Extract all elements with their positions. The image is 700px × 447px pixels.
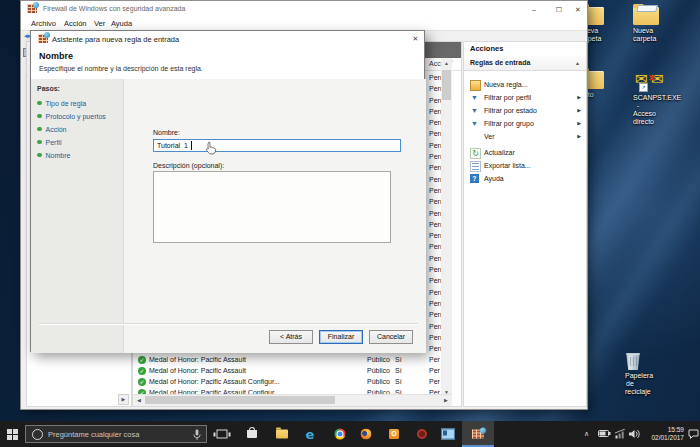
start-button[interactable] [0, 421, 24, 447]
scroll-right-icon[interactable]: ▶ [441, 395, 451, 405]
vertical-scrollbar[interactable]: ▲ ▼ [441, 58, 452, 397]
firewall-app-icon [27, 4, 37, 13]
clock[interactable]: 15:59 02/01/2017 [640, 426, 684, 442]
cancel-button[interactable]: Cancelar [369, 330, 413, 344]
step-bullet-icon [37, 101, 42, 106]
chrome-button[interactable] [326, 421, 354, 447]
table-row[interactable]: ✓Medal of Honor: Pacific Assault Configu… [133, 376, 440, 387]
edge-button[interactable]: e [296, 421, 324, 447]
wizard-step[interactable]: Perfil [37, 136, 122, 149]
wizard-step-label: Acción [46, 126, 67, 133]
action-item[interactable]: ↻Actualizar [464, 146, 586, 159]
table-row[interactable]: ✓Medal of Honor: Pacific AssaultPúblicoS… [133, 354, 440, 365]
allow-check-icon: ✓ [138, 367, 146, 375]
filter-icon: ▼ [470, 93, 479, 102]
outlook-button[interactable]: O [380, 421, 408, 447]
rule-name: Medal of Honor: Pacific Assault [149, 354, 246, 365]
file-explorer-icon [276, 430, 288, 439]
rule-action: Permi [429, 354, 440, 365]
action-item-label: Ver [484, 130, 495, 143]
menu-accion[interactable]: Acción [64, 19, 87, 28]
action-item[interactable]: Nueva regla... [464, 78, 586, 91]
red-circle-app-button[interactable] [408, 421, 436, 447]
dialog-titlebar[interactable]: Asistente para nueva regla de entrada ✕ [31, 31, 424, 47]
rule-name: Medal of Honor: Pacific Assault Configur… [149, 376, 280, 387]
microphone-icon[interactable] [193, 429, 201, 441]
scroll-left-icon[interactable]: ◀ [134, 395, 144, 405]
search-box[interactable]: Pregúntame cualquier cosa [25, 425, 207, 443]
volume-icon[interactable] [629, 429, 640, 439]
scroll-thumb[interactable] [442, 70, 451, 100]
outlook-icon: O [389, 429, 399, 439]
desktop-icon-scanpst-shortcut[interactable]: ✉✉ ✕ ↗ SCANPST.EXE - Acceso directo [633, 68, 643, 77]
menu-ver[interactable]: Ver [94, 19, 105, 28]
submenu-arrow-icon: ▶ [577, 104, 581, 117]
task-view-button[interactable] [208, 421, 236, 447]
back-button[interactable]: < Atrás [269, 330, 313, 344]
wizard-heading: Nombre [39, 51, 73, 61]
red-circle-app-icon [417, 429, 427, 439]
action-item[interactable]: Exportar lista... [464, 159, 586, 172]
finish-button[interactable]: Finalizar [319, 330, 363, 344]
actions-panel-title: Acciones [464, 42, 586, 57]
submenu-arrow-icon: ▶ [577, 117, 581, 130]
store-button[interactable] [238, 421, 266, 447]
action-center-icon[interactable] [688, 429, 699, 439]
tray-expand-icon[interactable]: ∧ [584, 430, 592, 438]
hand-cursor-icon [203, 140, 218, 156]
menu-archivo[interactable]: Archivo [31, 19, 56, 28]
wizard-step[interactable]: Tipo de regla [37, 97, 122, 110]
minimize-button[interactable]: – [524, 1, 544, 18]
scroll-thumb[interactable] [145, 396, 335, 404]
wizard-step[interactable]: Acción [37, 123, 122, 136]
wizard-header: Nombre Especifique el nombre y la descri… [31, 47, 424, 80]
allow-check-icon: ✓ [138, 356, 146, 364]
wizard-step[interactable]: Protocolo y puertos [37, 110, 122, 123]
step-bullet-icon [37, 153, 42, 158]
scroll-up-icon[interactable]: ▲ [441, 58, 452, 68]
desktop-icon-recycle-bin[interactable]: Papelera de reciclaje [625, 351, 635, 360]
rules-rows: ✓Medal of Honor: Pacific AssaultPúblicoS… [133, 354, 440, 397]
actions-section-header[interactable]: Reglas de entrada ▲ [464, 56, 586, 71]
action-item[interactable]: ▼Filtrar por perfil▶ [464, 91, 586, 104]
clock-date: 02/01/2017 [640, 434, 684, 442]
action-item[interactable]: Ver▶ [464, 130, 586, 143]
horizontal-scrollbar[interactable]: ◀ ▶ [133, 394, 452, 406]
description-textarea[interactable] [153, 171, 391, 243]
menu-ayuda[interactable]: Ayuda [111, 19, 132, 28]
rule-action: Permi [429, 376, 440, 387]
close-button[interactable]: ✕ [568, 1, 588, 18]
desktop-icon-label: SCANPST.EXE - Acceso directo [633, 94, 643, 126]
filter-icon: ▼ [470, 119, 479, 128]
export-icon [470, 161, 481, 172]
network-icon[interactable] [615, 429, 626, 439]
collapse-icon[interactable]: ▲ [569, 56, 580, 70]
table-row[interactable]: ✓Medal of Honor: Pacific AssaultPúblicoS… [133, 365, 440, 376]
file-explorer-button[interactable] [268, 421, 296, 447]
action-item[interactable]: ?Ayuda [464, 172, 586, 185]
action-item-label: Filtrar por estado [484, 104, 537, 117]
desktop-icon-label: Nueva carpeta [633, 27, 643, 43]
filter-icon: ▼ [470, 106, 479, 115]
media-app-button[interactable] [434, 421, 462, 447]
dialog-close-button[interactable]: ✕ [407, 31, 424, 47]
wizard-step-label: Protocolo y puertos [46, 113, 106, 120]
desktop-icon-nueva-carpeta[interactable]: Nueva carpeta [633, 4, 643, 13]
window-titlebar[interactable]: Firewall de Windows con seguridad avanza… [21, 1, 587, 18]
steps-label: Pasos: [37, 85, 60, 92]
tree-scroll-right-icon[interactable]: ▶ [118, 394, 129, 405]
wizard-steps-list: Tipo de reglaProtocolo y puertosAcciónPe… [37, 97, 122, 162]
wizard-step[interactable]: Nombre [37, 149, 122, 162]
battery-icon[interactable] [598, 429, 611, 438]
action-item-label: Filtrar por grupo [484, 117, 534, 130]
action-item[interactable]: ▼Filtrar por grupo▶ [464, 117, 586, 130]
firewall-taskbar-button[interactable] [462, 421, 494, 447]
actions-section-label: Reglas de entrada [470, 59, 530, 66]
shortcut-arrow-icon: ↗ [639, 83, 648, 92]
maximize-button[interactable]: ☐ [549, 1, 569, 18]
action-item[interactable]: ▼Filtrar por estado▶ [464, 104, 586, 117]
step-bullet-icon [37, 114, 42, 119]
rule-profile: Público [367, 365, 390, 376]
firefox-button[interactable] [352, 421, 380, 447]
rule-profile: Público [367, 376, 390, 387]
